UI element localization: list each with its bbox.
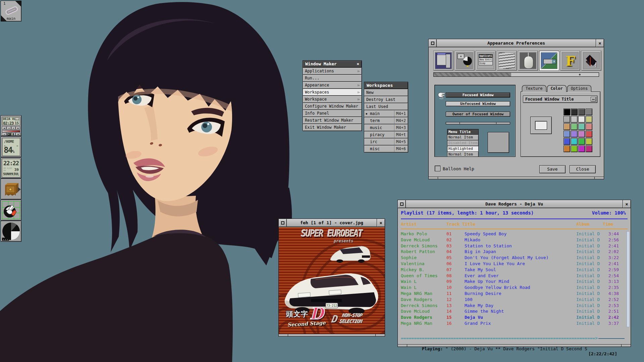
miniaturize-button[interactable] [429,39,437,47]
playlist-scrollbar[interactable] [627,231,630,327]
drawer-open-arrow[interactable] [18,187,21,192]
player-resizebar[interactable] [398,344,631,347]
scroll-strip-knob[interactable] [579,74,581,75]
track-row[interactable]: Dave McLoud02MikadoInitial D2:56 [401,237,623,243]
close-prefs-button[interactable]: Close [570,165,596,173]
palette-color-swatch[interactable] [586,138,592,145]
menu-item-restart-window-maker[interactable]: Restart Window Maker [303,117,362,124]
close-button[interactable]: × [596,39,604,47]
palette-color-swatch[interactable] [578,123,585,130]
track-row[interactable]: Mega NRG Man16Grand PrixInitial D3:37 [401,321,623,327]
track-row[interactable]: Mega NRG Man11Burning DesireInitial D4:3… [401,291,623,297]
workspace-menu-item-main[interactable]: ◆mainM4+1 [364,110,408,117]
track-row[interactable]: Queen of Times08Ever and EverInitial D2:… [401,273,623,279]
tab-color[interactable]: Color [547,85,567,92]
track-row[interactable]: Derreck Simons03Station to StationInitia… [401,243,623,249]
workspace-menu-item-last-used[interactable]: Last Used [364,103,408,110]
root-menu-close-icon[interactable]: × [357,61,359,67]
root-menu-titlebar[interactable]: Window Maker × [303,60,362,68]
palette-color-swatch[interactable] [578,145,585,152]
track-row[interactable]: Dave McLoud14Gimme the NightInitial D2:5… [401,309,623,315]
eject-button[interactable]: ▲ [2,132,6,136]
prefs-section-window-handling[interactable] [454,51,475,71]
prefs-titlebar[interactable]: Appearance Preferences × [429,39,604,47]
track-row[interactable]: Sophie05Don't You (Forget About My Love)… [401,255,623,261]
menu-item-exit-window-maker[interactable]: Exit Window Maker [303,124,362,131]
dockapp-drawer[interactable] [1,179,21,199]
preview-icon-tile[interactable] [488,132,509,153]
dockapp-clock[interactable]: 22:22 AM ALRMPM 39 SUN09JUL [1,158,21,178]
track-progress-bar[interactable]: ========================================… [401,336,625,341]
prefs-section-window-focus[interactable] [433,51,453,71]
preview-menu-highlighted[interactable]: Highlighted [447,146,479,152]
feh-titlebar[interactable]: feh [1 of 1] - cover.jpg × [279,219,385,227]
workspace-menu-item-music[interactable]: musicM4+3 [364,124,408,131]
palette-color-swatch[interactable] [586,116,592,123]
palette-color-swatch[interactable] [564,116,570,123]
workspace-menu-item-destroy-last[interactable]: Destroy Last [364,96,408,103]
palette-color-swatch[interactable] [571,138,578,145]
tab-options[interactable]: Options [567,85,592,92]
palette-color-swatch[interactable] [564,138,570,145]
balloon-help-checkbox[interactable] [435,166,440,171]
tab-texture[interactable]: Texture [522,85,546,92]
icon-scroll-strip[interactable] [433,72,599,77]
track-row[interactable]: Robert Patton04Big in JapanInitial D2:02 [401,249,623,255]
palette-color-swatch[interactable] [578,138,585,145]
prefs-section-menus[interactable]: ApplicatiNew Entr|Gimp [476,51,496,71]
preview-menu-menu-title[interactable]: Menu Title [447,129,479,135]
track-row[interactable]: Mickey B.07Take My SoulInitial D2:59 [401,267,623,273]
dockapp-ball[interactable]: ... [1,221,21,242]
play-button[interactable]: ▶ [7,132,11,136]
palette-color-swatch[interactable] [586,145,592,152]
track-row[interactable]: Marko Polo01Speedy Speed BoyInitial D3:4… [401,231,623,237]
feh-resizebar[interactable] [279,334,385,336]
palette-color-swatch[interactable] [571,145,578,152]
prefs-section-keyboard[interactable] [497,51,517,71]
track-row[interactable]: Wain L10Goodbye Yellow Brick RoadInitial… [401,285,623,291]
preview-unfocused-window[interactable]: Unfocused Window [446,101,510,106]
palette-color-swatch[interactable] [571,131,578,137]
palette-color-swatch[interactable] [564,131,570,137]
stop-button[interactable]: ■ [16,132,20,136]
workspace-clip[interactable]: 1 main [1,1,21,21]
menu-item-appearance[interactable]: Appearance▷ [303,82,362,89]
track-row[interactable]: Wain L09Make Up Your MindInitial D3:13 [401,279,623,285]
prefs-section-mouse[interactable] [518,51,538,71]
track-row[interactable]: Derreck Simons13Make My DayInitial D2:53 [401,303,623,309]
forward-button[interactable]: ▶ [11,126,16,130]
preview-menu-disabled-item[interactable]: Disabled Item [447,140,479,146]
player-titlebar[interactable]: Dave Rodgers - Deja Vu × [398,200,631,208]
player-close-button[interactable]: × [623,200,631,208]
menu-item-info-panel[interactable]: Info Panel [303,110,362,117]
prefs-section-expert[interactable] [581,51,601,71]
track-row[interactable]: Dave Rodgers15Deja VuInitial D2:42 [401,315,623,321]
palette-color-swatch[interactable] [564,109,570,115]
dropdown-popup-icon[interactable] [591,97,596,102]
prefs-section-font[interactable] [560,51,580,71]
pause-button[interactable]: ▌▌ [11,132,16,136]
prefs-section-appearance[interactable] [539,51,559,71]
preview-menu-normal-item[interactable]: Normal Item [447,152,479,157]
preview-resizebar[interactable] [446,122,510,124]
workspace-menu-item-misc[interactable]: miscM4+6 [364,145,408,153]
color-well[interactable] [530,117,552,134]
dockapp-config-tool[interactable] [1,200,21,221]
track-row[interactable]: Dave Rodgers12100Initial D2:52 [401,297,623,303]
clip-next-arrow[interactable] [15,1,21,7]
dockapp-disk-monitor[interactable]: /HOME ←→ 84% [1,136,21,157]
palette-color-swatch[interactable] [586,131,592,137]
workspace-menu-item-new[interactable]: New [364,89,408,96]
feh-close-button[interactable]: × [377,219,385,227]
track-row[interactable]: Valentina06I Love You Like You AreInitia… [401,261,623,267]
workspace-menu-item-piracy[interactable]: piracyM4+t [364,131,408,138]
prev-track-button[interactable]: ◀◀ [2,126,6,130]
palette-color-swatch[interactable] [578,109,585,115]
preview-owner-window[interactable]: Owner of Focused Window [446,112,510,117]
prefs-resizebar[interactable] [429,177,604,179]
save-button[interactable]: Save [539,165,566,173]
color-target-dropdown[interactable]: Focused Window Title [523,96,597,103]
menu-item-workspace[interactable]: Workspace▷ [303,96,362,103]
palette-color-swatch[interactable] [564,123,570,130]
rewind-button[interactable]: ◀ [7,126,11,130]
